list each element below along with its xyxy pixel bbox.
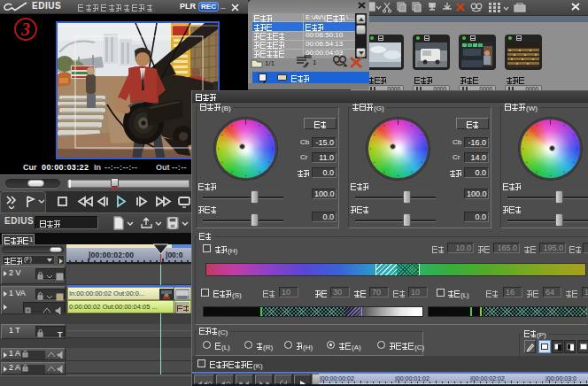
svg-text:T: T	[58, 330, 63, 339]
